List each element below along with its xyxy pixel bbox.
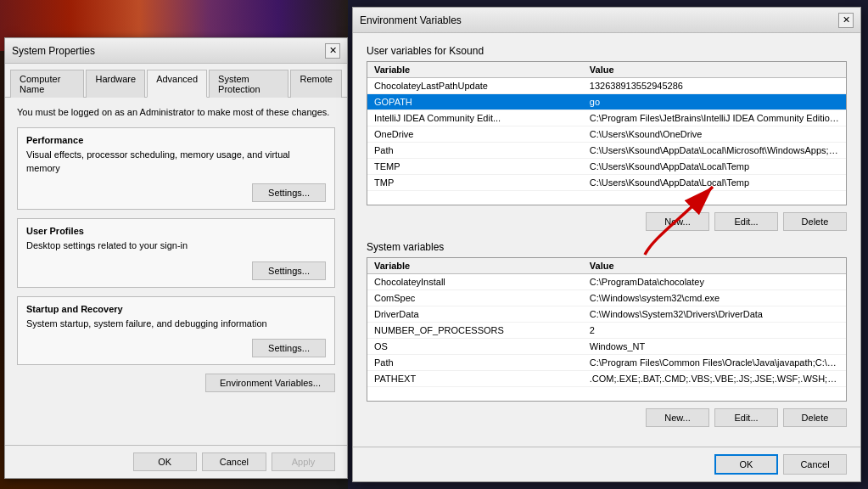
user-var-cell-value: C:\Users\Ksound\AppData\Local\Microsoft\…: [583, 143, 846, 159]
system-var-cell-variable: OS: [367, 339, 583, 355]
user-vars-buttons: New... Edit... Delete: [367, 212, 847, 231]
system-var-row[interactable]: DriverDataC:\Windows\System32\Drivers\Dr…: [367, 306, 846, 323]
system-vars-table-container[interactable]: Variable Value ChocolateyInstallC:\Progr…: [367, 257, 847, 402]
user-var-row[interactable]: PathC:\Users\Ksound\AppData\Local\Micros…: [367, 143, 846, 159]
system-var-cell-variable: NUMBER_OF_PROCESSORS: [367, 323, 583, 339]
sys-props-title: System Properties: [12, 45, 95, 57]
user-profiles-label: User Profiles: [26, 226, 326, 236]
system-properties-dialog: System Properties ✕ Computer Name Hardwa…: [4, 37, 348, 479]
user-vars-section-label: User variables for Ksound: [367, 45, 847, 57]
system-var-cell-value: C:\Windows\system32\cmd.exe: [583, 290, 846, 306]
user-var-cell-variable: ChocolateyLastPathUpdate: [367, 78, 583, 94]
system-var-cell-value: C:\Windows\System32\Drivers\DriverData: [583, 306, 846, 323]
user-vars-edit-button[interactable]: Edit...: [714, 212, 778, 231]
user-profiles-settings-button[interactable]: Settings...: [252, 261, 326, 280]
system-var-cell-variable: ComSpec: [367, 290, 583, 306]
user-profiles-section: User Profiles Desktop settings related t…: [17, 218, 335, 287]
user-var-cell-variable: Path: [367, 143, 583, 159]
tab-system-protection[interactable]: System Protection: [209, 70, 288, 98]
user-var-row[interactable]: GOPATHgo: [367, 94, 846, 110]
user-var-cell-value: C:\Program Files\JetBrains\IntelliJ IDEA…: [583, 110, 846, 126]
system-vars-edit-button[interactable]: Edit...: [714, 408, 778, 427]
system-var-row[interactable]: ChocolateyInstallC:\ProgramData\chocolat…: [367, 274, 846, 290]
sys-props-close-button[interactable]: ✕: [325, 43, 340, 59]
performance-desc: Visual effects, processor scheduling, me…: [26, 149, 326, 175]
environment-variables-button[interactable]: Environment Variables...: [205, 374, 335, 392]
sys-props-ok-button[interactable]: OK: [133, 452, 197, 471]
environment-variables-dialog: Environment Variables ✕ User variables f…: [352, 7, 861, 482]
performance-section: Performance Visual effects, processor sc…: [17, 127, 335, 210]
user-var-cell-value: C:\Users\Ksound\AppData\Local\Temp: [583, 159, 846, 175]
system-var-cell-variable: Path: [367, 355, 583, 371]
system-var-row[interactable]: PathC:\Program Files\Common Files\Oracle…: [367, 355, 846, 371]
tab-computer-name[interactable]: Computer Name: [10, 70, 84, 98]
user-var-row[interactable]: OneDriveC:\Users\Ksound\OneDrive: [367, 126, 846, 143]
user-var-cell-variable: OneDrive: [367, 126, 583, 143]
user-profiles-desc: Desktop settings related to your sign-in: [26, 239, 326, 252]
system-var-header-variable: Variable: [367, 258, 583, 274]
sys-props-footer: OK Cancel Apply: [5, 445, 347, 478]
user-var-cell-value: C:\Users\Ksound\OneDrive: [583, 126, 846, 143]
sys-props-titlebar: System Properties ✕: [5, 38, 347, 64]
user-vars-delete-button[interactable]: Delete: [783, 212, 847, 231]
system-var-cell-value: .COM;.EXE;.BAT;.CMD;.VBS;.VBE;.JS;.JSE;.…: [583, 371, 846, 387]
system-var-row[interactable]: OSWindows_NT: [367, 339, 846, 355]
user-var-row[interactable]: ChocolateyLastPathUpdate1326389135529452…: [367, 78, 846, 94]
system-var-row[interactable]: ComSpecC:\Windows\system32\cmd.exe: [367, 290, 846, 306]
system-var-cell-value: Windows_NT: [583, 339, 846, 355]
tab-remote[interactable]: Remote: [290, 70, 342, 98]
user-var-row[interactable]: TMPC:\Users\Ksound\AppData\Local\Temp: [367, 175, 846, 191]
user-var-header-variable: Variable: [367, 62, 583, 78]
user-vars-table-container[interactable]: Variable Value ChocolateyLastPathUpdate1…: [367, 61, 847, 205]
system-var-cell-value: C:\Program Files\Common Files\Oracle\Jav…: [583, 355, 846, 371]
system-var-header-value: Value: [583, 258, 846, 274]
user-var-cell-value: C:\Users\Ksound\AppData\Local\Temp: [583, 175, 846, 191]
user-var-cell-value: go: [583, 94, 846, 110]
system-var-cell-value: 2: [583, 323, 846, 339]
sys-props-cancel-button[interactable]: Cancel: [202, 452, 266, 471]
env-ok-button[interactable]: OK: [714, 454, 778, 475]
env-titlebar: Environment Variables ✕: [353, 8, 860, 33]
system-vars-buttons: New... Edit... Delete: [367, 408, 847, 427]
tab-hardware[interactable]: Hardware: [86, 70, 145, 98]
env-close-button[interactable]: ✕: [838, 13, 854, 28]
sys-props-content: You must be logged on as an Administrato…: [5, 98, 347, 401]
user-var-cell-variable: TMP: [367, 175, 583, 191]
system-vars-delete-button[interactable]: Delete: [783, 408, 847, 427]
user-var-header-value: Value: [583, 62, 846, 78]
user-vars-new-button[interactable]: New...: [646, 212, 709, 231]
startup-recovery-label: Startup and Recovery: [26, 304, 326, 314]
user-var-cell-variable: TEMP: [367, 159, 583, 175]
tab-advanced[interactable]: Advanced: [147, 70, 207, 98]
system-var-cell-variable: DriverData: [367, 306, 583, 323]
sys-props-tabs: Computer Name Hardware Advanced System P…: [5, 64, 347, 98]
user-var-row[interactable]: IntelliJ IDEA Community Edit...C:\Progra…: [367, 110, 846, 126]
system-vars-section-label: System variables: [367, 241, 847, 253]
env-title: Environment Variables: [360, 14, 462, 26]
sys-props-apply-button[interactable]: Apply: [272, 452, 335, 471]
system-vars-new-button[interactable]: New...: [646, 408, 709, 427]
system-var-row[interactable]: PATHEXT.COM;.EXE;.BAT;.CMD;.VBS;.VBE;.JS…: [367, 371, 846, 387]
system-vars-table: Variable Value ChocolateyInstallC:\Progr…: [367, 258, 846, 387]
env-content: User variables for Ksound Variable Value…: [353, 33, 860, 449]
user-var-cell-variable: IntelliJ IDEA Community Edit...: [367, 110, 583, 126]
env-cancel-button[interactable]: Cancel: [783, 454, 847, 475]
system-var-cell-variable: ChocolateyInstall: [367, 274, 583, 290]
system-var-row[interactable]: NUMBER_OF_PROCESSORS2: [367, 323, 846, 339]
performance-settings-button[interactable]: Settings...: [252, 183, 326, 202]
user-var-row[interactable]: TEMPC:\Users\Ksound\AppData\Local\Temp: [367, 159, 846, 175]
system-var-cell-value: C:\ProgramData\chocolatey: [583, 274, 846, 290]
user-var-cell-value: 132638913552945286: [583, 78, 846, 94]
startup-recovery-section: Startup and Recovery System startup, sys…: [17, 296, 335, 365]
env-footer: OK Cancel: [353, 447, 860, 481]
startup-recovery-settings-button[interactable]: Settings...: [252, 339, 326, 357]
system-var-cell-variable: PATHEXT: [367, 371, 583, 387]
user-vars-table: Variable Value ChocolateyLastPathUpdate1…: [367, 62, 846, 191]
admin-note: You must be logged on as an Administrato…: [17, 106, 335, 119]
performance-label: Performance: [26, 135, 326, 145]
startup-recovery-desc: System startup, system failure, and debu…: [26, 318, 326, 330]
user-var-cell-variable: GOPATH: [367, 94, 583, 110]
